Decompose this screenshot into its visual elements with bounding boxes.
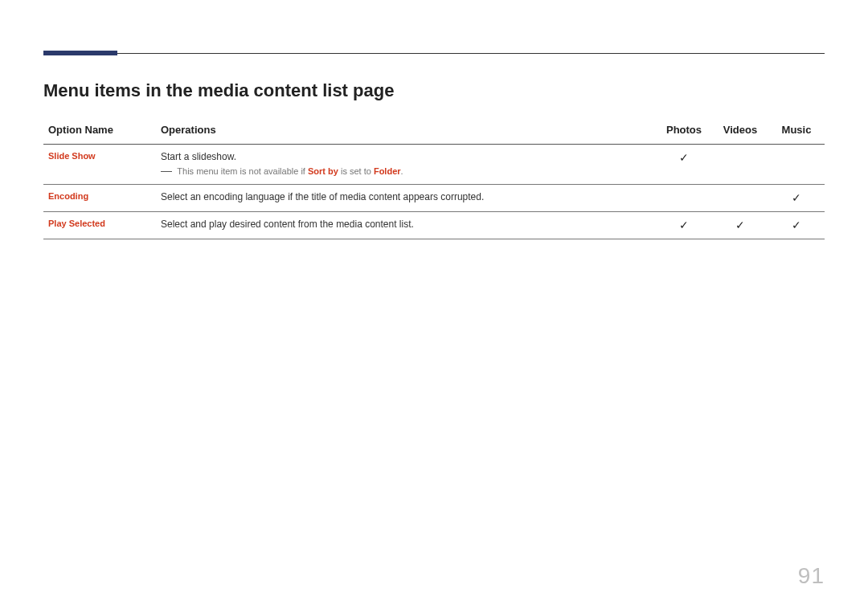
table-row-note: This menu item is not available if Sort … [43, 166, 825, 185]
col-header-videos: Videos [712, 117, 768, 145]
operation-desc: Select an encoding language if the title… [156, 185, 656, 212]
col-header-option: Option Name [43, 117, 156, 145]
check-icon: ✓ [656, 212, 712, 239]
page-number: 91 [798, 563, 825, 589]
check-icon: ✓ [656, 145, 712, 166]
menu-table: Option Name Operations Photos Videos Mus… [43, 117, 825, 239]
col-header-operations: Operations [156, 117, 656, 145]
option-name: Play Selected [43, 212, 156, 239]
table-row: Slide Show Start a slideshow. ✓ [43, 145, 825, 166]
note-dash-icon [161, 171, 172, 172]
note-mid: is set to [338, 166, 374, 176]
col-header-photos: Photos [656, 117, 712, 145]
empty-cell [768, 145, 825, 166]
check-icon: ✓ [768, 185, 825, 212]
header-accent-bar [43, 51, 117, 55]
option-name: Slide Show [43, 145, 156, 166]
check-icon: ✓ [768, 212, 825, 239]
check-icon: ✓ [712, 212, 768, 239]
empty-cell [712, 185, 768, 212]
main-content: Menu items in the media content list pag… [43, 80, 825, 239]
note-key-sortby: Sort by [308, 166, 338, 176]
option-name: Encoding [43, 185, 156, 212]
empty-cell [43, 166, 156, 185]
table-row: Play Selected Select and play desired co… [43, 212, 825, 239]
operation-desc: Select and play desired content from the… [156, 212, 656, 239]
note-cell: This menu item is not available if Sort … [156, 166, 825, 185]
note-key-folder: Folder [374, 166, 401, 176]
note-text: This menu item is not available if Sort … [177, 166, 403, 176]
empty-cell [656, 185, 712, 212]
note-prefix: This menu item is not available if [177, 166, 308, 176]
operation-desc: Start a slideshow. [156, 145, 656, 166]
empty-cell [712, 145, 768, 166]
note-suffix: . [401, 166, 403, 176]
section-title: Menu items in the media content list pag… [43, 80, 825, 101]
table-header-row: Option Name Operations Photos Videos Mus… [43, 117, 825, 145]
header-divider [43, 53, 825, 54]
col-header-music: Music [768, 117, 825, 145]
table-row: Encoding Select an encoding language if … [43, 185, 825, 212]
